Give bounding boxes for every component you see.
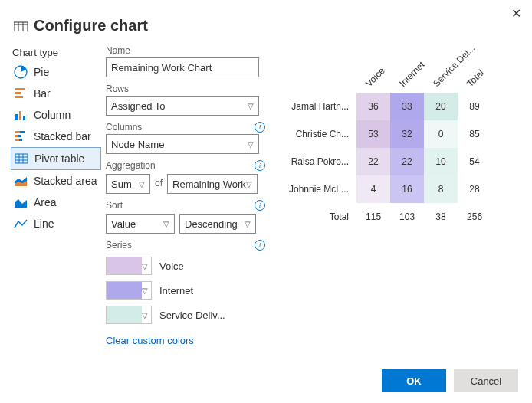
chevron-down-icon: ▽ bbox=[248, 102, 254, 110]
chart-type-label-text: Bar bbox=[34, 87, 51, 100]
columns-select[interactable]: Node Name▽ bbox=[106, 134, 259, 154]
columns-label: Columnsi bbox=[106, 122, 267, 133]
chart-type-pie[interactable]: Pie bbox=[11, 61, 101, 83]
col-header: Internet bbox=[390, 48, 424, 93]
row-header: Johnnie McL... bbox=[288, 175, 356, 203]
close-button[interactable]: ✕ bbox=[511, 6, 521, 21]
line-icon bbox=[14, 217, 28, 231]
row-header: Christie Ch... bbox=[288, 120, 356, 148]
svg-rect-15 bbox=[15, 139, 19, 141]
row-header: Raisa Pokro... bbox=[288, 148, 356, 175]
pivot-cell: 36 bbox=[356, 93, 390, 120]
rows-label: Rows bbox=[106, 84, 267, 94]
svg-rect-6 bbox=[15, 92, 21, 94]
pivot-cell: 10 bbox=[424, 148, 458, 175]
svg-rect-12 bbox=[20, 131, 25, 133]
pivot-cell: 33 bbox=[390, 93, 424, 120]
pivot-cell: 22 bbox=[356, 148, 390, 175]
chart-type-line[interactable]: Line bbox=[11, 213, 101, 234]
pivot-cell: 20 bbox=[424, 93, 458, 120]
pivot-cell: 54 bbox=[458, 148, 491, 175]
total-cell: 115 bbox=[356, 203, 390, 231]
dialog-header: Configure chart bbox=[0, 0, 532, 39]
chart-config-icon bbox=[14, 21, 28, 31]
area-icon bbox=[14, 195, 28, 209]
info-icon[interactable]: i bbox=[255, 240, 265, 251]
series-row-voice: ▽ Voice bbox=[106, 257, 267, 275]
series-row-service: ▽ Service Deliv... bbox=[106, 306, 267, 324]
info-icon[interactable]: i bbox=[255, 160, 265, 171]
pivot-cell: 53 bbox=[356, 120, 390, 148]
pivot-cell: 28 bbox=[458, 175, 491, 203]
chart-type-stacked-bar[interactable]: Stacked bar bbox=[11, 126, 101, 147]
aggregation-func-select[interactable]: Sum▽ bbox=[106, 174, 150, 194]
pie-icon bbox=[14, 65, 28, 79]
svg-rect-17 bbox=[15, 154, 28, 163]
chart-type-stacked-area[interactable]: Stacked area bbox=[11, 170, 101, 192]
pivot-cell: 16 bbox=[390, 175, 424, 203]
pivot-icon bbox=[15, 152, 28, 165]
chart-type-label: Chart type bbox=[12, 47, 101, 58]
pivot-preview: Voice Internet Service Del... Total Jama… bbox=[288, 48, 518, 231]
chart-type-column[interactable]: Column bbox=[11, 104, 101, 126]
chart-type-label-text: Pie bbox=[34, 66, 49, 78]
dialog-footer: OK Cancel bbox=[382, 369, 518, 392]
sort-by-select[interactable]: Value▽ bbox=[106, 214, 175, 234]
config-form: Name Remaining Work Chart Rows Assigned … bbox=[106, 39, 267, 346]
total-cell: 103 bbox=[390, 203, 424, 231]
series-color-internet[interactable]: ▽ bbox=[106, 281, 152, 300]
chart-type-bar[interactable]: Bar bbox=[11, 83, 101, 104]
series-color-service[interactable]: ▽ bbox=[106, 306, 152, 324]
chevron-down-icon: ▽ bbox=[139, 180, 145, 188]
bar-icon bbox=[14, 87, 28, 100]
sort-dir-select[interactable]: Descending▽ bbox=[179, 214, 256, 234]
sort-label: Sorti bbox=[106, 200, 267, 211]
pivot-cell: 0 bbox=[424, 120, 458, 148]
pivot-cell: 85 bbox=[458, 120, 491, 148]
svg-rect-13 bbox=[15, 135, 18, 137]
pivot-table: Voice Internet Service Del... Total Jama… bbox=[288, 48, 491, 231]
ok-button[interactable]: OK bbox=[382, 369, 446, 392]
series-label: Seriesi bbox=[106, 240, 267, 251]
dialog-title: Configure chart bbox=[34, 17, 148, 34]
pivot-cell: 8 bbox=[424, 175, 458, 203]
series-color-voice[interactable]: ▽ bbox=[106, 257, 152, 275]
chevron-down-icon: ▽ bbox=[245, 220, 251, 228]
chart-type-label-text: Area bbox=[34, 196, 57, 208]
svg-rect-10 bbox=[23, 116, 25, 120]
chevron-down-icon: ▽ bbox=[248, 140, 254, 149]
info-icon[interactable]: i bbox=[255, 200, 265, 211]
aggregation-field-select[interactable]: Remaining Work▽ bbox=[167, 174, 258, 194]
name-label: Name bbox=[106, 45, 267, 56]
svg-rect-9 bbox=[19, 111, 21, 120]
svg-rect-14 bbox=[18, 135, 21, 137]
chart-type-panel: Chart type Pie Bar Column Stacked bar Pi… bbox=[11, 39, 101, 234]
series-label-text: Internet bbox=[159, 285, 193, 297]
rows-select[interactable]: Assigned To▽ bbox=[106, 96, 259, 116]
stacked-area-icon bbox=[14, 174, 28, 188]
chart-type-label-text: Stacked area bbox=[34, 175, 97, 187]
pivot-cell: 32 bbox=[390, 120, 424, 148]
svg-rect-0 bbox=[14, 22, 28, 31]
clear-custom-colors-link[interactable]: Clear custom colors bbox=[106, 335, 267, 346]
chart-type-label-text: Stacked bar bbox=[34, 130, 91, 143]
column-icon bbox=[14, 108, 28, 122]
aggregation-of-label: of bbox=[155, 178, 163, 188]
chevron-down-icon: ▽ bbox=[163, 220, 169, 228]
chart-type-label-text: Line bbox=[34, 218, 54, 230]
chart-type-area[interactable]: Area bbox=[11, 192, 101, 213]
series-label-text: Voice bbox=[159, 260, 184, 272]
name-input[interactable]: Remaining Work Chart bbox=[106, 57, 259, 77]
pivot-cell: 22 bbox=[390, 148, 424, 175]
svg-rect-16 bbox=[19, 139, 22, 141]
total-cell: 256 bbox=[458, 203, 491, 231]
chevron-down-icon: ▽ bbox=[142, 262, 148, 270]
pivot-cell: 89 bbox=[458, 93, 491, 120]
series-row-internet: ▽ Internet bbox=[106, 281, 267, 300]
series-label-text: Service Deliv... bbox=[159, 310, 225, 321]
svg-rect-5 bbox=[15, 88, 25, 90]
total-label: Total bbox=[288, 203, 356, 231]
chart-type-pivot-table[interactable]: Pivot table bbox=[11, 147, 101, 170]
cancel-button[interactable]: Cancel bbox=[454, 369, 518, 392]
info-icon[interactable]: i bbox=[255, 122, 265, 133]
